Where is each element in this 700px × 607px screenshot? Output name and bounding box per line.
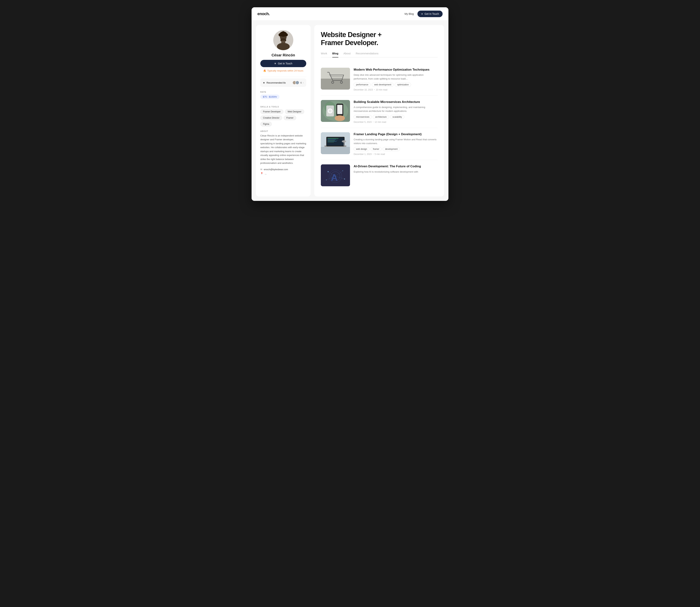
post-read-time-0: 10 min read — [376, 88, 387, 91]
cart-illustration — [321, 68, 350, 89]
dot-1: • — [373, 121, 373, 123]
tab-about[interactable]: About — [344, 52, 351, 58]
rate-section-label: RATE — [260, 91, 306, 93]
star-icon: ★ — [263, 81, 265, 84]
blog-list: Modern Web Performance Optimization Tech… — [321, 63, 437, 191]
post-thumb-2 — [321, 132, 350, 154]
contact-email: enoch@bytesbear.com — [264, 168, 288, 171]
rec-right: 6 › — [292, 81, 304, 85]
post-meta-2: December 1, 2023 • 5 min read — [354, 153, 437, 155]
tag-optimization[interactable]: optimization — [395, 83, 411, 87]
tabs: Work Blog About Recommendations — [321, 52, 437, 58]
post-body-2: Framer Landing Page (Design + Developmen… — [354, 132, 437, 155]
post-title-1: Building Scalable Microservices Architec… — [354, 100, 437, 104]
svg-rect-27 — [335, 116, 345, 120]
svg-rect-29 — [321, 147, 350, 154]
tag-performance[interactable]: performance — [354, 83, 371, 87]
tag-development[interactable]: development — [382, 147, 400, 151]
post-body-1: Building Scalable Microservices Architec… — [354, 100, 437, 123]
post-read-time-2: 5 min read — [375, 153, 385, 155]
tag-microservices[interactable]: microservices — [354, 115, 372, 119]
blog-post-1[interactable]: Building Scalable Microservices Architec… — [321, 96, 437, 128]
tag-architecture[interactable]: architecture — [373, 115, 389, 119]
avatar-image — [273, 30, 293, 50]
blog-post-3[interactable]: A A — [321, 160, 437, 191]
svg-point-5 — [282, 31, 285, 35]
send-icon: ✈ — [421, 13, 423, 15]
sidebar-cta-button[interactable]: ✈ Get In Touch — [260, 60, 306, 67]
avatar-stack — [292, 81, 299, 85]
recommended-badge[interactable]: ★ Recommended 8x 6 › — [260, 79, 306, 87]
tag-framer[interactable]: framer — [371, 147, 382, 151]
dot-0: • — [374, 88, 375, 91]
page-title: Website Designer +Framer Developer. — [321, 31, 437, 47]
skill-tag-4: Figma — [260, 122, 272, 126]
about-section-label: ABOUT — [260, 130, 306, 132]
fire-icon: 🔥 — [263, 69, 266, 72]
main-content: Website Designer +Framer Developer. Work… — [314, 25, 444, 196]
blog-post-2[interactable]: Framer Landing Page (Design + Developmen… — [321, 128, 437, 160]
contact-location-row: 📍 ... — [260, 172, 306, 175]
tag-web-development[interactable]: web development — [372, 83, 394, 87]
main-layout: César Rincón ✈ Get In Touch 🔥 Typically … — [251, 21, 449, 201]
nav-right: My Blog ✈ Get In Touch — [404, 11, 443, 17]
location-icon: 📍 — [260, 172, 263, 175]
avatar — [273, 30, 293, 50]
svg-rect-37 — [328, 141, 337, 142]
laptop-illustration — [321, 132, 350, 154]
dot-2: • — [373, 153, 373, 155]
post-body-3: AI-Driven Development: The Future of Cod… — [354, 164, 437, 175]
sidebar: César Rincón ✈ Get In Touch 🔥 Typically … — [256, 25, 311, 196]
response-time: 🔥 Typically responds within 24 hours — [263, 69, 303, 72]
tab-blog[interactable]: Blog — [332, 52, 338, 58]
post-meta-0: December 10, 2023 • 10 min read — [354, 88, 437, 91]
svg-point-40 — [342, 140, 346, 143]
navbar: enoch. My Blog ✈ Get In Touch — [251, 7, 449, 21]
contact-location: ... — [265, 172, 267, 175]
skill-tag-3: Framer — [284, 116, 296, 120]
svg-rect-38 — [328, 142, 334, 142]
chevron-right-icon: › — [303, 81, 304, 84]
svg-text:A: A — [331, 172, 338, 183]
svg-rect-10 — [321, 68, 350, 79]
phone-illustration — [321, 100, 350, 122]
post-date-0: December 10, 2023 — [354, 88, 373, 91]
svg-point-8 — [277, 43, 290, 50]
post-thumb-3: A — [321, 164, 350, 186]
post-tags-1: microservices architecture scalability — [354, 115, 437, 119]
avatar-small-2 — [295, 81, 299, 85]
svg-rect-25 — [337, 105, 342, 114]
post-title-0: Modern Web Performance Optimization Tech… — [354, 68, 437, 72]
post-title-3: AI-Driven Development: The Future of Cod… — [354, 164, 437, 168]
svg-point-3 — [279, 33, 282, 37]
tag-scalability[interactable]: scalability — [390, 115, 404, 119]
svg-rect-36 — [328, 141, 335, 141]
svg-point-4 — [285, 34, 288, 36]
svg-rect-33 — [328, 138, 338, 139]
post-thumb-1 — [321, 100, 350, 122]
post-thumb-0 — [321, 68, 350, 89]
rate-badge: $75 - $100/hr — [260, 95, 280, 99]
skill-tag-2: Creative Director — [260, 116, 282, 120]
post-desc-3: Exploring how AI is revolutionizing soft… — [354, 170, 437, 174]
contact-email-row: ✉ enoch@bytesbear.com — [260, 168, 306, 171]
nav-blog-link[interactable]: My Blog — [404, 13, 414, 15]
email-icon: ✉ — [260, 168, 262, 171]
blog-post-0[interactable]: Modern Web Performance Optimization Tech… — [321, 63, 437, 96]
post-title-2: Framer Landing Page (Design + Developmen… — [354, 132, 437, 136]
tab-recommendations[interactable]: Recommendations — [356, 52, 378, 58]
skill-tag-1: Web Designer — [285, 109, 304, 114]
post-tags-0: performance web development optimization — [354, 83, 437, 87]
post-desc-2: Creating a stunning landing page using F… — [354, 138, 437, 145]
svg-point-22 — [328, 109, 332, 112]
tab-work[interactable]: Work — [321, 52, 327, 58]
nav-cta-button[interactable]: ✈ Get In Touch — [417, 11, 443, 17]
tag-web-design[interactable]: web design — [354, 147, 370, 151]
sidebar-name: César Rincón — [271, 53, 295, 57]
post-date-1: December 5, 2023 — [354, 121, 372, 123]
rec-left: ★ Recommended 8x — [263, 81, 286, 84]
skills-section-label: SKILLS & TOOLS — [260, 106, 306, 108]
svg-rect-34 — [328, 139, 336, 140]
post-meta-1: December 5, 2023 • 12 min read — [354, 121, 437, 123]
post-desc-1: A comprehensive guide to designing, impl… — [354, 105, 437, 113]
